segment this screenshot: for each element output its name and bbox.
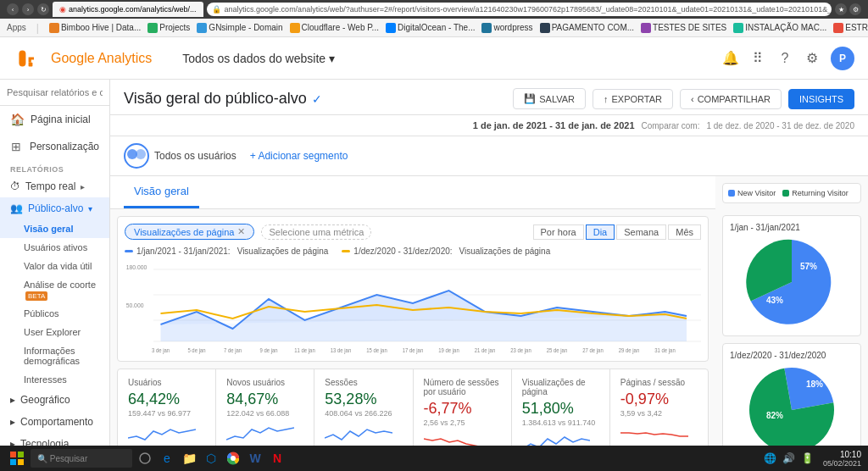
sidebar-geografico[interactable]: ▸ Geográfico [0, 389, 109, 411]
metric-chip[interactable]: Visualizações de página ✕ [125, 224, 254, 240]
apps-grid-icon[interactable]: ⠿ [749, 50, 766, 67]
sidebar-item-personalization[interactable]: ⊞ Personalização [0, 133, 109, 160]
reload-button[interactable]: ↻ [37, 3, 49, 15]
svg-point-35 [140, 453, 150, 463]
bookmark-testes[interactable]: TESTES DE SITES [641, 23, 726, 33]
taskbar-system-tray: 🌐 🔊 🔋 10:10 05/02/2021 [764, 450, 861, 468]
pie-container-2021: 57% 43% [730, 236, 854, 329]
sidebar-comportamento[interactable]: ▸ Comportamento [0, 411, 109, 433]
taskbar-vscode[interactable]: ⬡ [202, 449, 220, 468]
address-bar[interactable]: 🔒 analytics.google.com/analytics/web/?au… [207, 3, 832, 16]
svg-text:29 de jan: 29 de jan [619, 347, 640, 354]
bookmark-estrutura[interactable]: ESTRUTURA DE ME... [833, 23, 868, 33]
sidebar-search-input[interactable] [7, 87, 103, 97]
taskbar-edge[interactable]: e [158, 449, 176, 468]
metric-add-button[interactable]: Selecione uma métrica [261, 224, 371, 240]
section-reports-label: RELATÓRIOS [0, 160, 109, 175]
bookmark-wordpress[interactable]: wordpress [481, 23, 532, 33]
back-button[interactable]: ‹ [7, 3, 19, 15]
chart-container: 180.000 50.000 [125, 261, 701, 354]
taskbar-explorer[interactable]: 📁 [180, 449, 198, 468]
bookmark-pagamento[interactable]: PAGAMENTO COM... [540, 23, 634, 33]
sidebar-audience[interactable]: 👥 Público-alvo ▾ [0, 197, 109, 219]
taskbar-cortana[interactable] [136, 449, 154, 468]
tray-volume[interactable]: 🔊 [782, 452, 796, 465]
svg-text:13 de jan: 13 de jan [331, 347, 352, 354]
sidebar-sub-usuarios-ativos[interactable]: Usuários ativos [0, 238, 109, 257]
time-mes[interactable]: Mês [668, 224, 701, 240]
time-por-hora[interactable]: Por hora [533, 224, 584, 240]
svg-text:21 de jan: 21 de jan [475, 347, 496, 354]
search-taskbar[interactable]: 🔍 Pesquisar [31, 449, 132, 468]
time-semana[interactable]: Semana [616, 224, 666, 240]
browser-tab[interactable]: ◉ analytics.google.com/analytics/web/... [53, 2, 203, 17]
taskbar-chrome[interactable] [224, 449, 242, 468]
user-avatar[interactable]: P [831, 47, 854, 70]
taskbar-word[interactable]: W [246, 449, 264, 468]
taskbar-clock[interactable]: 10:10 05/02/2021 [823, 450, 861, 468]
bookmark-gnsimple[interactable]: GNsimple - Domain [197, 23, 282, 33]
salvar-button[interactable]: 💾 SALVAR [513, 88, 586, 109]
home-icon: 🏠 [10, 113, 24, 126]
compartilhar-button[interactable]: ‹ COMPARTILHAR [680, 89, 782, 109]
forward-button[interactable]: › [22, 3, 34, 15]
sidebar-sub-valor-vida[interactable]: Valor da vida útil [0, 257, 109, 275]
sparkline-usuarios [128, 421, 196, 445]
personalization-icon: ⊞ [10, 140, 23, 153]
sidebar-realtime[interactable]: ⏱ Tempo real ▸ [0, 175, 109, 197]
add-segment-button[interactable]: + Adicionar segmento [250, 150, 348, 162]
date-range-bar: 1 de jan. de 2021 - 31 de jan. de 2021 C… [110, 115, 868, 136]
bookmark-bimboo[interactable]: Bimboo Hive | Data... [49, 23, 141, 33]
sidebar-sub-interesses[interactable]: Interesses [0, 370, 109, 389]
sidebar-sub-analise-coorte[interactable]: Análise de coorte BETA [0, 275, 109, 304]
notifications-icon[interactable]: 🔔 [722, 50, 739, 67]
verified-badge: ✓ [312, 92, 322, 106]
insights-button[interactable]: INSIGHTS [788, 89, 854, 109]
svg-text:9 de jan: 9 de jan [259, 347, 277, 354]
svg-text:15 de jan: 15 de jan [366, 347, 387, 354]
tray-network[interactable]: 🌐 [764, 452, 777, 465]
start-button[interactable] [7, 448, 27, 468]
sidebar-sub-user-explorer[interactable]: User Explorer [0, 323, 109, 341]
svg-point-37 [231, 456, 236, 461]
bookmark-instalacao[interactable]: INSTALAÇÃO MAC... [733, 23, 826, 33]
tab-visao-geral[interactable]: Visão geral [124, 176, 199, 208]
svg-text:25 de jan: 25 de jan [547, 347, 568, 354]
bookmark-projects[interactable]: Projects [147, 23, 190, 33]
pie-container-2020: 18% 82% [730, 363, 854, 457]
export-icon: ↑ [604, 94, 609, 104]
svg-text:19 de jan: 19 de jan [438, 347, 459, 354]
extensions-button[interactable]: ⚙ [849, 3, 861, 15]
star-button[interactable]: ★ [835, 3, 847, 15]
svg-rect-34 [18, 459, 24, 465]
chip-remove-icon[interactable]: ✕ [237, 226, 245, 237]
share-icon: ‹ [691, 94, 694, 104]
svg-text:7 de jan: 7 de jan [224, 347, 242, 354]
browser-bar: ‹ › ↻ ◉ analytics.google.com/analytics/w… [0, 0, 868, 19]
account-selector[interactable]: Todos os dados do website ▾ [182, 52, 335, 65]
sidebar: 🏠 Página inicial ⊞ Personalização RELATÓ… [0, 80, 110, 471]
taskbar-netflix[interactable]: N [268, 449, 287, 468]
segments-bar: Todos os usuários + Adicionar segmento [110, 136, 868, 176]
sidebar-sub-visao-geral[interactable]: Visão geral [0, 219, 109, 238]
sidebar-sub-publicos[interactable]: Públicos [0, 304, 109, 323]
bookmark-cloudflare[interactable]: Cloudflare - Web P... [290, 23, 379, 33]
chart-legend: 1/jan/2021 - 31/jan/2021: Visualizações … [125, 247, 701, 256]
segment-all-users: Todos os usuários [124, 143, 236, 169]
apps-label: Apps [7, 23, 26, 32]
bookmark-digitalocean[interactable]: DigitalOcean - The... [386, 23, 476, 33]
segment-icon [124, 143, 149, 169]
settings-icon[interactable]: ⚙ [804, 50, 821, 67]
sidebar-sub-demograficas[interactable]: Informações demográficas [0, 341, 109, 370]
main-content: Visão geral Visualizações de página ✕ Se… [110, 176, 715, 471]
svg-text:3 de jan: 3 de jan [152, 347, 170, 354]
chart-controls: Visualizações de página ✕ Selecione uma … [125, 224, 701, 240]
new-visitor-dot [728, 190, 735, 197]
svg-text:17 de jan: 17 de jan [403, 347, 424, 354]
date-range-main[interactable]: 1 de jan. de 2021 - 31 de jan. de 2021 [473, 120, 635, 130]
time-dia[interactable]: Dia [586, 224, 615, 240]
help-icon[interactable]: ? [776, 50, 793, 67]
tray-battery[interactable]: 🔋 [801, 452, 815, 465]
sidebar-item-home[interactable]: 🏠 Página inicial [0, 106, 109, 133]
exportar-button[interactable]: ↑ EXPORTAR [593, 89, 673, 109]
